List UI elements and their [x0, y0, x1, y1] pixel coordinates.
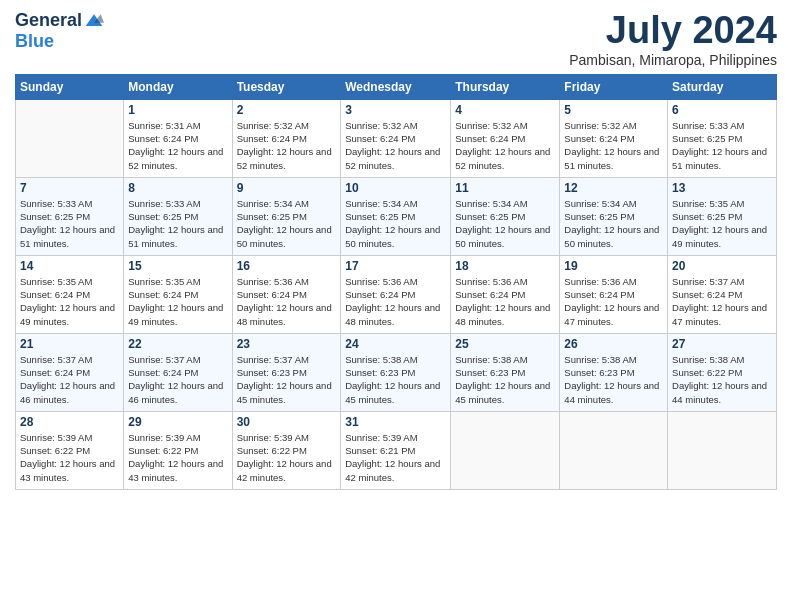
calendar-cell: 28Sunrise: 5:39 AMSunset: 6:22 PMDayligh…: [16, 411, 124, 489]
day-info: Sunrise: 5:38 AMSunset: 6:23 PMDaylight:…: [345, 353, 446, 406]
day-info: Sunrise: 5:33 AMSunset: 6:25 PMDaylight:…: [128, 197, 227, 250]
day-info: Sunrise: 5:36 AMSunset: 6:24 PMDaylight:…: [455, 275, 555, 328]
week-row-5: 28Sunrise: 5:39 AMSunset: 6:22 PMDayligh…: [16, 411, 777, 489]
weekday-header-thursday: Thursday: [451, 74, 560, 99]
day-number: 13: [672, 181, 772, 195]
day-info: Sunrise: 5:34 AMSunset: 6:25 PMDaylight:…: [455, 197, 555, 250]
day-info: Sunrise: 5:37 AMSunset: 6:24 PMDaylight:…: [128, 353, 227, 406]
day-number: 12: [564, 181, 663, 195]
day-info: Sunrise: 5:35 AMSunset: 6:24 PMDaylight:…: [20, 275, 119, 328]
calendar-cell: 22Sunrise: 5:37 AMSunset: 6:24 PMDayligh…: [124, 333, 232, 411]
header: General Blue July 2024 Pambisan, Mimarop…: [15, 10, 777, 68]
calendar-cell: [16, 99, 124, 177]
page: General Blue July 2024 Pambisan, Mimarop…: [0, 0, 792, 612]
calendar-cell: 17Sunrise: 5:36 AMSunset: 6:24 PMDayligh…: [341, 255, 451, 333]
day-info: Sunrise: 5:34 AMSunset: 6:25 PMDaylight:…: [237, 197, 337, 250]
day-number: 23: [237, 337, 337, 351]
calendar-table: SundayMondayTuesdayWednesdayThursdayFrid…: [15, 74, 777, 490]
logo-blue: Blue: [15, 31, 54, 52]
calendar-cell: 29Sunrise: 5:39 AMSunset: 6:22 PMDayligh…: [124, 411, 232, 489]
day-number: 24: [345, 337, 446, 351]
day-number: 9: [237, 181, 337, 195]
calendar-cell: 27Sunrise: 5:38 AMSunset: 6:22 PMDayligh…: [668, 333, 777, 411]
day-number: 30: [237, 415, 337, 429]
day-number: 20: [672, 259, 772, 273]
calendar-cell: 26Sunrise: 5:38 AMSunset: 6:23 PMDayligh…: [560, 333, 668, 411]
day-info: Sunrise: 5:32 AMSunset: 6:24 PMDaylight:…: [455, 119, 555, 172]
calendar-cell: [560, 411, 668, 489]
day-number: 25: [455, 337, 555, 351]
calendar-cell: 13Sunrise: 5:35 AMSunset: 6:25 PMDayligh…: [668, 177, 777, 255]
day-info: Sunrise: 5:39 AMSunset: 6:21 PMDaylight:…: [345, 431, 446, 484]
calendar-cell: 6Sunrise: 5:33 AMSunset: 6:25 PMDaylight…: [668, 99, 777, 177]
day-number: 18: [455, 259, 555, 273]
day-info: Sunrise: 5:36 AMSunset: 6:24 PMDaylight:…: [345, 275, 446, 328]
logo-general: General: [15, 10, 82, 31]
day-number: 10: [345, 181, 446, 195]
day-info: Sunrise: 5:37 AMSunset: 6:23 PMDaylight:…: [237, 353, 337, 406]
weekday-header-monday: Monday: [124, 74, 232, 99]
day-info: Sunrise: 5:39 AMSunset: 6:22 PMDaylight:…: [128, 431, 227, 484]
weekday-header-sunday: Sunday: [16, 74, 124, 99]
calendar-cell: 10Sunrise: 5:34 AMSunset: 6:25 PMDayligh…: [341, 177, 451, 255]
day-number: 5: [564, 103, 663, 117]
location: Pambisan, Mimaropa, Philippines: [569, 52, 777, 68]
calendar-cell: 25Sunrise: 5:38 AMSunset: 6:23 PMDayligh…: [451, 333, 560, 411]
month-title: July 2024: [569, 10, 777, 52]
calendar-cell: 11Sunrise: 5:34 AMSunset: 6:25 PMDayligh…: [451, 177, 560, 255]
day-number: 3: [345, 103, 446, 117]
day-info: Sunrise: 5:36 AMSunset: 6:24 PMDaylight:…: [564, 275, 663, 328]
day-number: 11: [455, 181, 555, 195]
day-number: 21: [20, 337, 119, 351]
day-number: 4: [455, 103, 555, 117]
day-info: Sunrise: 5:36 AMSunset: 6:24 PMDaylight:…: [237, 275, 337, 328]
day-info: Sunrise: 5:38 AMSunset: 6:23 PMDaylight:…: [455, 353, 555, 406]
day-info: Sunrise: 5:33 AMSunset: 6:25 PMDaylight:…: [672, 119, 772, 172]
calendar-cell: 24Sunrise: 5:38 AMSunset: 6:23 PMDayligh…: [341, 333, 451, 411]
weekday-header-row: SundayMondayTuesdayWednesdayThursdayFrid…: [16, 74, 777, 99]
title-section: July 2024 Pambisan, Mimaropa, Philippine…: [569, 10, 777, 68]
day-info: Sunrise: 5:38 AMSunset: 6:22 PMDaylight:…: [672, 353, 772, 406]
day-number: 7: [20, 181, 119, 195]
day-number: 8: [128, 181, 227, 195]
calendar-cell: 14Sunrise: 5:35 AMSunset: 6:24 PMDayligh…: [16, 255, 124, 333]
day-number: 26: [564, 337, 663, 351]
calendar-cell: 2Sunrise: 5:32 AMSunset: 6:24 PMDaylight…: [232, 99, 341, 177]
day-number: 28: [20, 415, 119, 429]
weekday-header-saturday: Saturday: [668, 74, 777, 99]
week-row-1: 1Sunrise: 5:31 AMSunset: 6:24 PMDaylight…: [16, 99, 777, 177]
calendar-cell: 3Sunrise: 5:32 AMSunset: 6:24 PMDaylight…: [341, 99, 451, 177]
logo: General Blue: [15, 10, 104, 52]
day-info: Sunrise: 5:35 AMSunset: 6:24 PMDaylight:…: [128, 275, 227, 328]
day-number: 17: [345, 259, 446, 273]
calendar-cell: 15Sunrise: 5:35 AMSunset: 6:24 PMDayligh…: [124, 255, 232, 333]
day-number: 2: [237, 103, 337, 117]
day-number: 29: [128, 415, 227, 429]
day-info: Sunrise: 5:35 AMSunset: 6:25 PMDaylight:…: [672, 197, 772, 250]
calendar-cell: 9Sunrise: 5:34 AMSunset: 6:25 PMDaylight…: [232, 177, 341, 255]
calendar-cell: 16Sunrise: 5:36 AMSunset: 6:24 PMDayligh…: [232, 255, 341, 333]
day-number: 31: [345, 415, 446, 429]
calendar-cell: 5Sunrise: 5:32 AMSunset: 6:24 PMDaylight…: [560, 99, 668, 177]
day-info: Sunrise: 5:32 AMSunset: 6:24 PMDaylight:…: [345, 119, 446, 172]
calendar-cell: 19Sunrise: 5:36 AMSunset: 6:24 PMDayligh…: [560, 255, 668, 333]
week-row-2: 7Sunrise: 5:33 AMSunset: 6:25 PMDaylight…: [16, 177, 777, 255]
day-number: 15: [128, 259, 227, 273]
day-number: 6: [672, 103, 772, 117]
day-number: 1: [128, 103, 227, 117]
calendar-cell: 1Sunrise: 5:31 AMSunset: 6:24 PMDaylight…: [124, 99, 232, 177]
day-info: Sunrise: 5:38 AMSunset: 6:23 PMDaylight:…: [564, 353, 663, 406]
day-number: 19: [564, 259, 663, 273]
calendar-cell: 31Sunrise: 5:39 AMSunset: 6:21 PMDayligh…: [341, 411, 451, 489]
day-info: Sunrise: 5:37 AMSunset: 6:24 PMDaylight:…: [672, 275, 772, 328]
weekday-header-friday: Friday: [560, 74, 668, 99]
day-number: 22: [128, 337, 227, 351]
day-info: Sunrise: 5:33 AMSunset: 6:25 PMDaylight:…: [20, 197, 119, 250]
calendar-cell: 30Sunrise: 5:39 AMSunset: 6:22 PMDayligh…: [232, 411, 341, 489]
weekday-header-wednesday: Wednesday: [341, 74, 451, 99]
week-row-3: 14Sunrise: 5:35 AMSunset: 6:24 PMDayligh…: [16, 255, 777, 333]
calendar-cell: 20Sunrise: 5:37 AMSunset: 6:24 PMDayligh…: [668, 255, 777, 333]
day-number: 14: [20, 259, 119, 273]
calendar-cell: [451, 411, 560, 489]
calendar-cell: 4Sunrise: 5:32 AMSunset: 6:24 PMDaylight…: [451, 99, 560, 177]
